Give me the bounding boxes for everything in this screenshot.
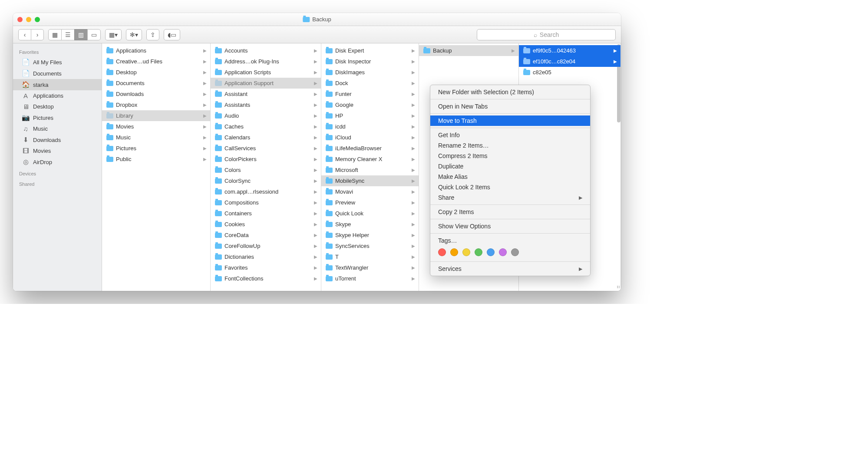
file-row[interactable]: Preview▶	[321, 197, 419, 208]
sidebar-item[interactable]: 🏠starka	[13, 79, 102, 90]
gallery-view-button[interactable]: ▭	[87, 29, 101, 40]
file-row[interactable]: HP▶	[321, 110, 419, 121]
file-row[interactable]: Accounts▶	[211, 45, 321, 56]
sidebar-item[interactable]: 📄Documents	[13, 68, 102, 79]
file-row[interactable]: Calendars▶	[211, 132, 321, 143]
menu-item[interactable]: Make Alias	[430, 171, 590, 182]
sidebar-item[interactable]: ⬇Downloads	[13, 134, 102, 145]
file-row[interactable]: Music▶	[102, 132, 210, 143]
file-row[interactable]: Funter▶	[321, 89, 419, 99]
file-row[interactable]: Cookies▶	[211, 219, 321, 230]
tag-dot[interactable]	[511, 248, 519, 256]
tag-dot[interactable]	[475, 248, 482, 256]
file-row[interactable]: ef9f0c5…042463▶	[519, 45, 620, 56]
menu-item[interactable]: Copy 2 Items	[430, 207, 590, 217]
file-row[interactable]: Public▶	[102, 154, 210, 165]
file-row[interactable]: CoreData▶	[211, 230, 321, 241]
forward-button[interactable]: ›	[31, 29, 44, 40]
file-row[interactable]: Memory Cleaner X▶	[321, 154, 419, 165]
menu-item[interactable]: Rename 2 Items…	[430, 140, 590, 151]
file-row[interactable]: Disk Inspector▶	[321, 56, 419, 67]
search-field[interactable]: ⌕ Search	[477, 29, 616, 40]
tag-dot[interactable]	[487, 248, 495, 256]
file-row[interactable]: DiskImages▶	[321, 67, 419, 78]
action-button[interactable]: ✻▾	[126, 29, 142, 40]
file-row[interactable]: Applications▶	[102, 45, 210, 56]
file-row[interactable]: Library▶	[102, 110, 210, 121]
tag-dot[interactable]	[438, 248, 446, 256]
menu-item[interactable]: Share▶	[430, 192, 590, 203]
maximize-button[interactable]	[35, 17, 40, 22]
file-row[interactable]: Favorites▶	[211, 262, 321, 273]
file-row[interactable]: Documents▶	[102, 78, 210, 89]
file-row[interactable]: Audio▶	[211, 110, 321, 121]
share-button[interactable]: ⇪	[146, 29, 159, 40]
file-row[interactable]: ColorPickers▶	[211, 154, 321, 165]
sidebar-item[interactable]: ◎AirDrop	[13, 156, 102, 168]
file-row[interactable]: Microsoft▶	[321, 165, 419, 175]
file-row[interactable]: Dropbox▶	[102, 99, 210, 110]
file-row[interactable]: Quick Look▶	[321, 208, 419, 219]
menu-item[interactable]: Tags…	[430, 235, 590, 246]
menu-item[interactable]: Quick Look 2 Items	[430, 182, 590, 192]
sidebar-item[interactable]: 🎞Movies	[13, 145, 102, 156]
file-row[interactable]: Caches▶	[211, 121, 321, 132]
file-row[interactable]: Google▶	[321, 99, 419, 110]
file-row[interactable]: Skype Helper▶	[321, 230, 419, 241]
sidebar-item[interactable]: 🖥Desktop	[13, 101, 102, 112]
icon-view-button[interactable]: ▦	[48, 29, 62, 40]
sidebar-item[interactable]: ♫Music	[13, 123, 102, 134]
menu-item[interactable]: Get Info	[430, 130, 590, 140]
file-row[interactable]: Pictures▶	[102, 143, 210, 154]
minimize-button[interactable]	[26, 17, 31, 22]
file-row[interactable]: SyncServices▶	[321, 241, 419, 251]
menu-item[interactable]: Open in New Tabs	[430, 101, 590, 112]
file-row[interactable]: Assistant▶	[211, 89, 321, 99]
file-row[interactable]: Compositions▶	[211, 197, 321, 208]
file-row[interactable]: ColorSync▶	[211, 175, 321, 186]
sidebar-item[interactable]: 📷Pictures	[13, 112, 102, 123]
file-row[interactable]: Movavi▶	[321, 186, 419, 197]
file-row[interactable]: Backup▶	[419, 45, 518, 56]
back-button[interactable]: ‹	[18, 29, 31, 40]
menu-item[interactable]: Show View Options	[430, 221, 590, 231]
file-row[interactable]: MobileSync▶	[321, 175, 419, 186]
file-row[interactable]: Application Scripts▶	[211, 67, 321, 78]
tag-dot[interactable]	[450, 248, 458, 256]
file-row[interactable]: iCloud▶	[321, 132, 419, 143]
tags-button[interactable]: ◖▭	[164, 29, 180, 40]
file-row[interactable]: icdd▶	[321, 121, 419, 132]
file-row[interactable]: Colors▶	[211, 165, 321, 175]
file-row[interactable]: Application Support▶	[211, 78, 321, 89]
file-row[interactable]: Assistants▶	[211, 99, 321, 110]
menu-item[interactable]: New Folder with Selection (2 Items)	[430, 87, 590, 97]
arrange-button[interactable]: ▦▾	[105, 29, 122, 40]
menu-item[interactable]: Duplicate	[430, 161, 590, 171]
file-row[interactable]: Dictionaries▶	[211, 251, 321, 262]
menu-item[interactable]: Services▶	[430, 264, 590, 274]
menu-item[interactable]: Compress 2 Items	[430, 151, 590, 161]
sidebar-item[interactable]: 📄All My Files	[13, 56, 102, 68]
file-row[interactable]: Disk Expert▶	[321, 45, 419, 56]
file-row[interactable]: uTorrent▶	[321, 273, 419, 284]
file-row[interactable]: TextWrangler▶	[321, 262, 419, 273]
file-row[interactable]: FontCollections▶	[211, 273, 321, 284]
close-button[interactable]	[17, 17, 23, 22]
file-row[interactable]: Desktop▶	[102, 67, 210, 78]
file-row[interactable]: Containers▶	[211, 208, 321, 219]
file-row[interactable]: T▶	[321, 251, 419, 262]
tag-dot[interactable]	[499, 248, 507, 256]
file-row[interactable]: CoreFollowUp▶	[211, 241, 321, 251]
file-row[interactable]: iLifeMediaBrowser▶	[321, 143, 419, 154]
file-row[interactable]: com.appl…rlsessiond▶	[211, 186, 321, 197]
list-view-button[interactable]: ☰	[61, 29, 75, 40]
file-row[interactable]: Creative…ud Files▶	[102, 56, 210, 67]
file-row[interactable]: c82e05	[519, 67, 620, 78]
file-row[interactable]: Dock▶	[321, 78, 419, 89]
menu-item[interactable]: Move to Trash	[430, 115, 590, 126]
file-row[interactable]: ef10f0c…c82e04▶	[519, 56, 620, 67]
tag-dot[interactable]	[462, 248, 470, 256]
column-view-button[interactable]: ▥	[74, 29, 88, 40]
file-row[interactable]: Movies▶	[102, 121, 210, 132]
file-row[interactable]: Downloads▶	[102, 89, 210, 99]
